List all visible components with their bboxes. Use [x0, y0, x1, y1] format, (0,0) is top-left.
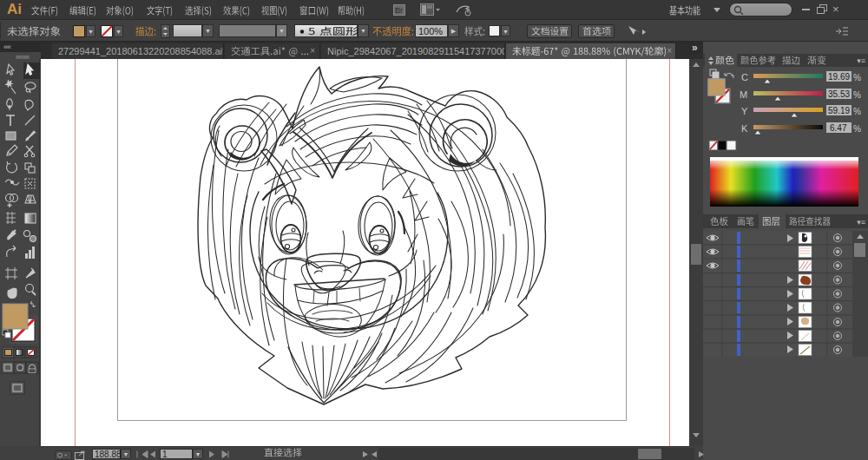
- svg-text:%: %: [853, 124, 861, 134]
- svg-text:*: *: [64, 452, 67, 460]
- svg-text:19.69: 19.69: [828, 72, 850, 82]
- svg-text:C: C: [741, 72, 748, 82]
- svg-text:%: %: [853, 90, 861, 100]
- svg-text:%: %: [853, 107, 861, 116]
- svg-text:M: M: [740, 89, 747, 100]
- svg-text:K: K: [741, 123, 748, 134]
- svg-text:35.53: 35.53: [828, 89, 850, 99]
- svg-text:Br: Br: [395, 6, 403, 15]
- svg-text:59.19: 59.19: [828, 106, 850, 115]
- svg-text:Y: Y: [741, 106, 748, 116]
- svg-text:%: %: [853, 73, 861, 82]
- svg-text:6.47: 6.47: [830, 123, 847, 133]
